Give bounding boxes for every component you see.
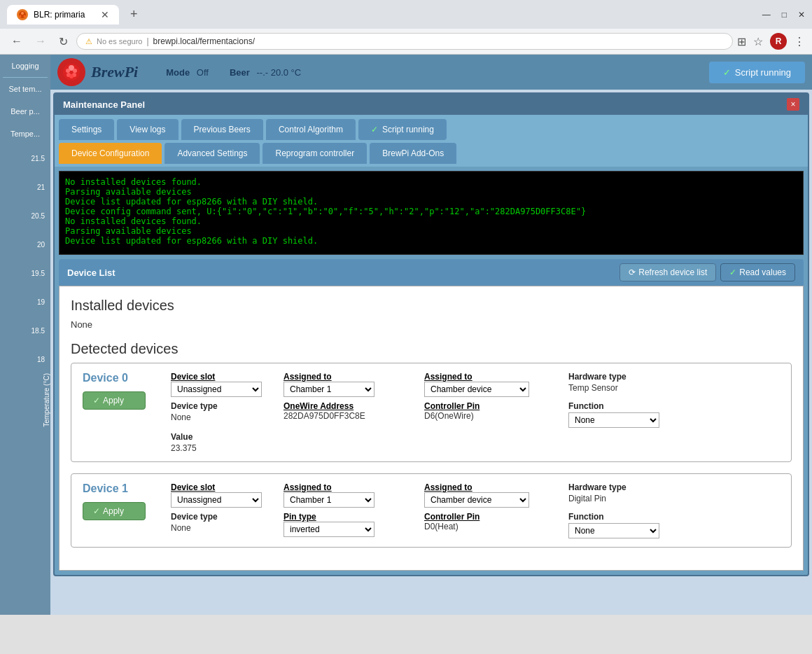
device0-onewire-label: OneWire Address xyxy=(284,401,420,411)
maintenance-header: Maintenance Panel × xyxy=(55,94,808,115)
maximize-button[interactable]: □ xyxy=(782,10,787,20)
device1-function-select[interactable]: None xyxy=(568,523,659,538)
device0-slot-select[interactable]: Unassigned Chamber 1 Beer 1 xyxy=(171,382,262,397)
device0-value-label: Value xyxy=(171,432,279,442)
tab-script-running[interactable]: ✓ Script running xyxy=(358,119,447,140)
tab-bar-row2: Device Configuration Advanced Settings R… xyxy=(55,140,808,167)
installed-devices-title: Installed devices xyxy=(71,298,792,314)
device1-pintype-select[interactable]: inverted normal xyxy=(284,522,374,537)
device0-onewire-value: 282DA975D0FF3C8E xyxy=(284,411,420,421)
device1-assigned1-select[interactable]: Chamber 1 Beer 1 xyxy=(284,492,374,508)
device1-apply-button[interactable]: ✓ Apply xyxy=(83,502,146,520)
script-running-header-button[interactable]: ✓ Script running xyxy=(709,62,805,83)
device-list-title: Device List xyxy=(67,267,115,278)
device1-pintype-label: Pin type xyxy=(284,512,420,522)
tab-view-logs[interactable]: View logs xyxy=(117,119,178,140)
new-tab-button[interactable]: + xyxy=(125,4,144,25)
device0-onewire-field: OneWire Address 282DA975D0FF3C8E xyxy=(284,401,420,428)
tab-control-algorithm[interactable]: Control Algorithm xyxy=(266,119,356,140)
tab-favicon xyxy=(17,9,28,20)
device1-assigned2-select[interactable]: Chamber device Beer device xyxy=(424,492,529,508)
device1-type-label: Device type xyxy=(171,512,279,522)
sidebar-item-set-temp[interactable]: Set tem... xyxy=(0,78,50,100)
sidebar-item-beer[interactable]: Beer p... xyxy=(0,100,50,123)
device0-type-field: Device type None xyxy=(171,401,279,428)
svg-point-3 xyxy=(24,15,26,17)
url-text[interactable]: brewpi.local/fermentacions/ xyxy=(153,36,255,46)
bookmark-icon[interactable]: ☆ xyxy=(753,35,763,48)
device1-slot-select[interactable]: Unassigned Chamber 1 Beer 1 xyxy=(171,492,262,508)
checkmark-icon: ✓ xyxy=(93,506,100,516)
tab-advanced-settings[interactable]: Advanced Settings xyxy=(164,143,260,164)
device0-fields: Device slot Unassigned Chamber 1 Beer 1 … xyxy=(171,372,780,453)
device0-title: Device 0 xyxy=(83,372,160,384)
close-window-button[interactable]: ✕ xyxy=(798,10,805,20)
read-values-button[interactable]: ✓ Read values xyxy=(720,263,795,281)
tab-device-configuration[interactable]: Device Configuration xyxy=(59,143,162,164)
close-panel-button[interactable]: × xyxy=(787,98,799,111)
security-warning-text: No es seguro xyxy=(97,37,142,46)
device1-hardware-field: Hardware type Digital Pin xyxy=(568,482,687,508)
device1-pin-label: Controller Pin xyxy=(424,512,564,522)
raspberry-icon xyxy=(57,58,85,86)
device0-left: Device 0 ✓ Apply xyxy=(83,372,160,453)
checkmark-icon: ✓ xyxy=(729,267,736,277)
svg-point-1 xyxy=(21,12,24,15)
device0-pin-label: Controller Pin xyxy=(424,401,564,411)
device1-pintype-field: Pin type inverted normal xyxy=(284,512,420,538)
refresh-device-list-button[interactable]: ⟳ Refresh device list xyxy=(620,263,716,281)
device0-assigned2-select[interactable]: Chamber device Beer device xyxy=(424,382,529,397)
device-list-content: Installed devices None Detected devices … xyxy=(59,286,804,571)
svg-point-10 xyxy=(69,74,74,78)
device1-assigned1-field: Assigned to Chamber 1 Beer 1 xyxy=(284,482,420,508)
sidebar-item-temp[interactable]: Tempe... xyxy=(0,123,50,145)
device1-assigned2-field: Assigned to Chamber device Beer device xyxy=(424,482,564,508)
device0-function-select[interactable]: None xyxy=(568,412,659,428)
address-bar: ⚠ No es seguro | brewpi.local/fermentaci… xyxy=(76,33,733,50)
tab-reprogram-controller[interactable]: Reprogram controller xyxy=(262,143,367,164)
device0-hardware-label: Hardware type xyxy=(568,372,687,382)
reload-button[interactable]: ↻ xyxy=(55,34,72,50)
tab-close[interactable]: ✕ xyxy=(101,9,109,20)
device1-pin-value: D0(Heat) xyxy=(424,522,564,531)
log-console[interactable]: No installed devices found. Parsing avai… xyxy=(59,171,804,255)
brewpi-title: BrewPi xyxy=(91,63,138,81)
device1-fields: Device slot Unassigned Chamber 1 Beer 1 … xyxy=(171,482,780,538)
device0-assigned1-field: Assigned to Chamber 1 Beer 1 xyxy=(284,372,420,397)
device1-pin-field: Controller Pin D0(Heat) xyxy=(424,512,564,538)
menu-icon[interactable]: ⋮ xyxy=(794,35,805,48)
tab-brewpi-addons[interactable]: BrewPi Add-Ons xyxy=(370,143,456,164)
mode-info: Mode Off xyxy=(166,67,209,78)
device1-function-field: Function None xyxy=(568,512,687,538)
back-button[interactable]: ← xyxy=(7,34,27,49)
brewpi-logo: BrewPi xyxy=(57,58,138,86)
device0-value-value: 23.375 xyxy=(171,443,279,453)
device0-assigned1-select[interactable]: Chamber 1 Beer 1 xyxy=(284,382,374,397)
sidebar-item-logging[interactable]: Logging xyxy=(0,55,50,77)
browser-toolbar: ← → ↻ ⚠ No es seguro | brewpi.local/ferm… xyxy=(0,29,812,55)
sidebar: Logging Set tem... Beer p... Tempe... 21… xyxy=(0,55,50,615)
minimize-button[interactable]: — xyxy=(762,10,771,20)
device-card-0: Device 0 ✓ Apply Device slot xyxy=(71,363,792,462)
profile-avatar[interactable]: R xyxy=(770,33,787,50)
device0-assigned2-label: Assigned to xyxy=(424,372,564,382)
device0-pin-field: Controller Pin D6(OneWire) xyxy=(424,401,564,428)
device0-assigned2-field: Assigned to Chamber device Beer device xyxy=(424,372,564,397)
device1-slot-label: Device slot xyxy=(171,482,279,492)
translate-icon[interactable]: ⊞ xyxy=(737,35,746,48)
maintenance-panel: Maintenance Panel × Settings View logs P… xyxy=(53,92,809,576)
forward-button[interactable]: → xyxy=(31,34,50,49)
device0-hardware-value: Temp Sensor xyxy=(568,383,687,393)
device0-apply-button[interactable]: ✓ Apply xyxy=(83,391,146,410)
device-card-1: Device 1 ✓ Apply Device slot xyxy=(71,473,792,548)
installed-devices-value: None xyxy=(71,319,792,330)
maintenance-title: Maintenance Panel xyxy=(63,99,145,110)
tab-settings[interactable]: Settings xyxy=(59,119,114,140)
device1-title: Device 1 xyxy=(83,482,160,495)
device-list-header: Device List ⟳ Refresh device list ✓ Read… xyxy=(59,259,804,286)
tab-previous-beers[interactable]: Previous Beers xyxy=(181,119,263,140)
device0-slot-label: Device slot xyxy=(171,372,279,382)
brewpi-header: BrewPi Mode Off Beer --.- 20.0 °C ✓ Scri… xyxy=(50,55,812,90)
browser-tab: BLR: primaria ✕ xyxy=(7,5,119,25)
device0-pin-value: D6(OneWire) xyxy=(424,411,564,421)
